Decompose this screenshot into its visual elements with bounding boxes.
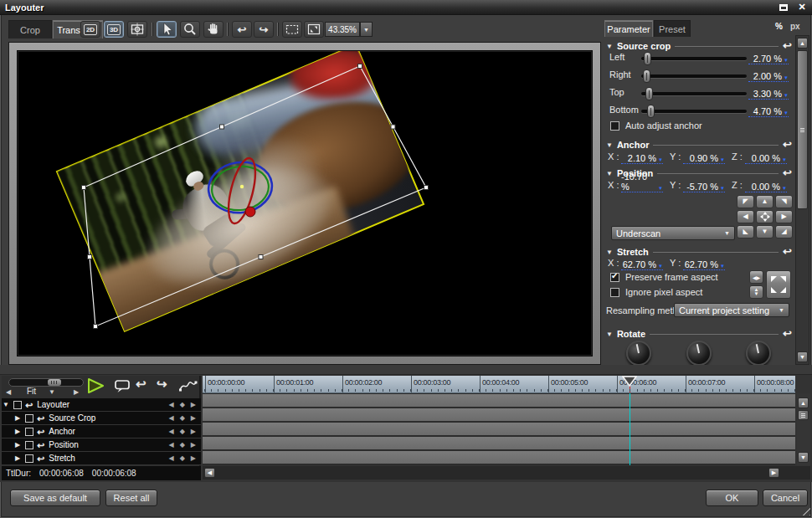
scroll-down-button[interactable]: ▼ [797,351,808,362]
value-spinner-icon[interactable]: ▼ [784,57,789,64]
expand-triangle-icon[interactable]: ▶ [13,441,22,449]
stretch-vertical-button[interactable]: ▲▼ [749,285,763,299]
stretch-x-field[interactable]: 62.70 %▼ [621,258,663,270]
value-spinner-icon[interactable]: ▼ [784,92,789,99]
stretch-y-field[interactable]: 62.70 %▼ [683,258,725,270]
comment-button[interactable] [114,379,131,393]
prev-keyframe-icon[interactable]: ◀ [169,401,174,408]
collapse-triangle-icon[interactable]: ▼ [606,43,613,50]
reset-icon[interactable]: ↩ [783,41,792,51]
timeline-zoom-slider[interactable] [8,378,84,387]
timeline-lane[interactable] [203,394,795,407]
redo-button[interactable]: ↪ [254,21,274,38]
anchor-y-field[interactable]: 0.90 %▼ [683,151,725,164]
unit-percent-button[interactable]: % [775,22,783,31]
ignore-pixel-aspect-checkbox[interactable] [610,288,619,297]
track-enable-checkbox[interactable] [25,428,33,436]
reset-icon[interactable]: ↩ [37,454,44,463]
zoom-tool-button[interactable] [180,21,200,38]
position-up-button[interactable]: ▲ [756,195,773,208]
position-right-button[interactable]: ▶ [775,210,793,223]
timeline-vscrollbar[interactable]: ▲ ▼ [797,393,810,465]
position-z-field[interactable]: 0.00 %▼ [745,180,787,192]
slider-thumb[interactable] [644,52,651,65]
timeline-lane[interactable] [203,408,795,421]
safe-area-button[interactable] [127,21,147,38]
reset-all-button[interactable]: Reset all [105,490,157,506]
titlebar[interactable]: Layouter ✕ [0,0,812,15]
zoom-level-field[interactable]: 43.35% [325,22,360,37]
value-spinner-icon[interactable]: ▼ [782,156,787,163]
stretch-horizontal-button[interactable]: ◀▶ [749,270,763,284]
unit-px-button[interactable]: px [790,22,800,31]
crop-left-slider[interactable] [641,57,747,60]
value-spinner-icon[interactable]: ▼ [784,110,789,116]
canvas-timeline-splitter[interactable] [0,365,812,375]
track-row-position[interactable]: ▶ ↩ Position ◀◆▶ [2,439,201,452]
value-spinner-icon[interactable]: ▼ [658,263,663,269]
add-keyframe-icon[interactable]: ◆ [180,454,185,462]
scroll-left-button[interactable]: ◀ [204,468,215,478]
chevron-down-icon[interactable]: ▼ [49,388,55,396]
collapse-triangle-icon[interactable]: ▼ [606,331,613,338]
play-button[interactable] [85,377,105,394]
timeline-scale-dropdown[interactable]: Fit [27,387,36,396]
auto-adjust-anchor-checkbox[interactable] [610,121,619,131]
crop-bottom-slider[interactable] [641,110,747,113]
next-keyframe-icon[interactable]: ▶ [191,428,196,435]
next-keyframe-icon[interactable]: ▶ [191,454,196,462]
scrollbar-thumb[interactable] [798,410,809,420]
position-center-button[interactable] [756,210,773,223]
anchor-x-field[interactable]: 2.10 %▼ [621,151,663,164]
maximize-button[interactable] [777,2,790,13]
scroll-up-button[interactable]: ▲ [797,38,808,49]
slider-thumb[interactable] [647,105,655,118]
expand-triangle-icon[interactable]: ▶ [13,428,22,435]
scroll-right-button[interactable]: ▶ [768,468,779,478]
track-row-stretch[interactable]: ▶ ↩ Stretch ◀◆▶ [2,452,201,465]
reset-icon[interactable]: ↩ [37,441,44,449]
reset-icon[interactable]: ↩ [783,247,792,257]
track-enable-checkbox[interactable] [25,454,33,463]
slider-thumb[interactable] [48,379,61,386]
position-up-right-button[interactable]: ◥ [775,195,793,208]
tab-crop[interactable]: Crop [8,20,52,38]
timeline-lanes[interactable] [203,393,795,465]
position-y-field[interactable]: -5.70 %▼ [683,180,725,192]
ok-button[interactable]: OK [706,490,758,506]
add-keyframe-icon[interactable]: ◆ [180,441,185,449]
reset-icon[interactable]: ↩ [37,428,44,436]
crop-left-value-field[interactable]: 2.70 %▼ [748,52,789,64]
next-keyframe-icon[interactable]: ▶ [191,401,196,408]
position-up-left-button[interactable]: ◤ [737,195,754,208]
rotate-z-knob[interactable] [746,341,771,365]
anchor-z-field[interactable]: 0.00 %▼ [745,151,787,164]
mode-2d-button[interactable]: 2D [80,21,100,38]
undo-button[interactable]: ↩ [136,377,146,390]
collapse-triangle-icon[interactable]: ▼ [606,249,613,256]
value-spinner-icon[interactable]: ▼ [658,185,663,192]
cancel-button[interactable]: Cancel [763,490,808,506]
position-left-button[interactable]: ◀ [737,210,754,223]
track-row-source-crop[interactable]: ▶ ↩ Source Crop ◀◆▶ [2,412,201,425]
hand-tool-button[interactable] [203,21,224,38]
playhead-line[interactable] [630,393,630,465]
prev-keyframe-icon[interactable]: ◀ [169,441,174,449]
scroll-up-button[interactable]: ▲ [798,397,809,408]
value-spinner-icon[interactable]: ▼ [784,74,789,81]
prev-keyframe-icon[interactable]: ◀ [169,414,174,422]
value-spinner-icon[interactable]: ▼ [720,263,725,269]
undo-button[interactable]: ↩ [232,21,252,38]
position-preset-dropdown[interactable]: Underscan▼ [611,226,735,240]
prev-keyframe-icon[interactable]: ◀ [169,428,174,435]
prev-keyframe-icon[interactable]: ◀ [169,454,174,462]
marquee-button[interactable] [282,21,302,38]
video-frame-image[interactable] [57,50,424,331]
reset-icon[interactable]: ↩ [783,140,792,150]
timeline-ruler[interactable]: 00:00:00:00 00:00:01:00 00:00:02:00 00:0… [203,376,795,393]
playhead[interactable] [622,376,637,387]
fit-view-button[interactable] [304,21,324,38]
collapse-triangle-icon[interactable]: ▼ [2,401,10,408]
timeline-lane[interactable] [203,437,795,449]
track-enable-checkbox[interactable] [13,401,22,409]
